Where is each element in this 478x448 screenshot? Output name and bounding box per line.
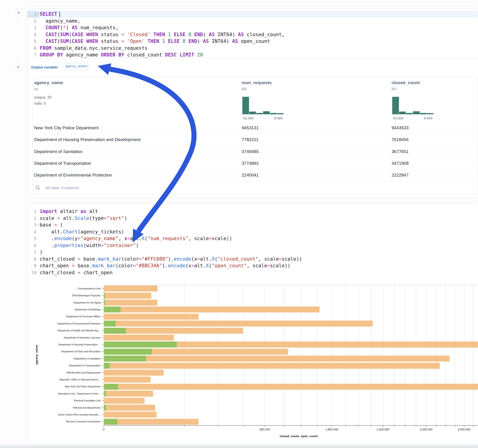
code-line[interactable]: .encode(y="agency_name", x=alt.X("num_re… xyxy=(40,235,232,242)
code-token xyxy=(83,38,87,44)
code-token: open_count xyxy=(238,38,270,44)
code-line[interactable]: chart_open = base.mark_bar(color="#8BC34… xyxy=(40,262,290,269)
y-axis-label: Department of Environmental Protection xyxy=(32,322,101,325)
code-token: 'Closed' xyxy=(127,32,150,37)
code-token: ELSE xyxy=(168,38,180,44)
cell-divider xyxy=(27,58,478,59)
line-number: 5 xyxy=(27,235,37,242)
line-number: 2 xyxy=(27,215,37,222)
code-token xyxy=(165,32,168,37)
bar-closed-count xyxy=(104,293,151,299)
code-token: closed_count, xyxy=(244,32,284,37)
code-token: ORDER xyxy=(101,52,115,58)
code-token: 1 xyxy=(168,32,171,37)
bar-open-count xyxy=(104,293,105,299)
code-token: 0 xyxy=(189,32,191,37)
code-line[interactable]: CAST(SUM(CASE WHEN status = 'Closed' THE… xyxy=(40,31,284,38)
code-token: num_requests, xyxy=(77,25,118,31)
search-icon[interactable] xyxy=(35,185,41,191)
code-line[interactable]: scale = alt.Scale(type="sqrt") xyxy=(40,215,127,222)
line-number: 5 xyxy=(27,38,37,45)
table-cell: 7782211 xyxy=(242,137,258,142)
code-token: AS xyxy=(209,32,215,37)
code-token: ( xyxy=(57,32,60,37)
bar-closed-count xyxy=(104,412,157,417)
code-token xyxy=(180,38,183,44)
collapse-chevron-icon[interactable]: ∨ xyxy=(37,11,40,18)
column-header-name[interactable]: closed_count xyxy=(391,80,420,85)
code-token: FROM xyxy=(40,45,51,51)
code-token: "num_requests" xyxy=(148,236,189,241)
code-line[interactable]: chart_closed + chart_open xyxy=(40,269,113,276)
bar-closed-count xyxy=(104,314,199,320)
code-line[interactable]: base = ( xyxy=(40,222,63,229)
bar-closed-count xyxy=(104,363,440,369)
code-token: (x xyxy=(185,263,191,268)
line-number: 1 xyxy=(27,208,37,215)
code-line[interactable]: import altair as alt xyxy=(40,208,98,215)
code-line[interactable]: ) xyxy=(40,249,43,256)
code-token: X xyxy=(212,256,215,262)
code-line[interactable]: FROM sample_data.nyc.service_requests xyxy=(40,45,148,52)
code-line[interactable]: agency_name, xyxy=(40,18,81,25)
code-token: X xyxy=(206,263,209,268)
code-token: scale)) xyxy=(282,256,302,262)
output-variable-pill[interactable]: agency_tickets xyxy=(62,63,89,70)
text-cursor xyxy=(59,12,60,17)
line-number: 4 xyxy=(27,31,37,38)
line-number: 7 xyxy=(27,249,37,256)
code-token: = xyxy=(209,236,212,241)
code-line[interactable]: .properties(width="container") xyxy=(40,242,139,249)
histogram-bar xyxy=(249,112,256,114)
code-token: encode xyxy=(54,236,72,241)
code-token: X xyxy=(142,236,145,241)
code-token: status xyxy=(98,32,121,37)
x-axis-title: closed_count, open_count xyxy=(252,434,345,438)
code-token: BY xyxy=(57,52,63,58)
add-cell-button[interactable]: + xyxy=(14,8,23,17)
column-header-name[interactable]: num_requests xyxy=(242,80,272,85)
bar-closed-count xyxy=(104,377,151,383)
bar-closed-count xyxy=(104,321,373,327)
code-token: closed_count xyxy=(124,52,165,58)
code-line[interactable]: alt.Chart(agency_tickets) xyxy=(40,229,124,236)
y-tick xyxy=(102,393,104,394)
code-token: 'Open' xyxy=(127,38,145,44)
code-token: AS xyxy=(72,25,77,31)
line-number: 6 xyxy=(27,242,37,249)
code-line[interactable]: SELECT xyxy=(40,11,60,18)
y-tick xyxy=(102,358,104,359)
y-tick xyxy=(102,288,104,289)
histogram-max-label: 9.4e6 xyxy=(424,116,433,120)
code-token: ) xyxy=(203,32,209,37)
code-token xyxy=(40,25,45,31)
code-line[interactable]: chart_closed = base.mark_bar(color="#FFC… xyxy=(40,256,302,263)
code-line[interactable]: COUNT(*) AS num_requests, xyxy=(40,25,118,31)
code-line[interactable]: CAST(SUM(CASE WHEN status = 'Open' THEN … xyxy=(40,38,270,45)
collapse-chevron-icon[interactable]: ∨ xyxy=(37,222,40,229)
table-cell: 9443533 xyxy=(391,125,409,131)
code-token: = xyxy=(77,236,81,241)
code-token: * xyxy=(63,25,66,31)
table-cell: 3774892 xyxy=(242,161,259,166)
code-line[interactable]: GROUP BY agency_name ORDER BY closed_cou… xyxy=(40,52,203,59)
code-token: chart_open xyxy=(81,270,113,275)
y-axis-label: New York City Police Department xyxy=(32,385,101,388)
code-token: (agency_tickets) xyxy=(77,229,124,235)
code-token: (color xyxy=(115,263,133,268)
bar-closed-count xyxy=(104,391,153,397)
y-axis-label: Taxi and Limousine Commission xyxy=(32,420,101,423)
table-footer-separator xyxy=(32,181,478,181)
bar-closed-count xyxy=(104,370,164,376)
y-axis-label: Department of Housing Preservation … xyxy=(32,343,101,346)
code-token: , scale xyxy=(258,256,279,262)
code-token: Chart xyxy=(63,229,77,235)
histogram-bar xyxy=(399,112,406,114)
code-token: "open_count" xyxy=(212,263,247,268)
add-cell-button[interactable]: + xyxy=(14,63,23,72)
bar-open-count xyxy=(104,306,121,312)
code-token: . xyxy=(40,243,54,248)
bar-open-count xyxy=(104,349,152,355)
table-cell: New York City Police Department xyxy=(34,125,99,131)
column-header-name[interactable]: agency_name xyxy=(34,80,63,85)
